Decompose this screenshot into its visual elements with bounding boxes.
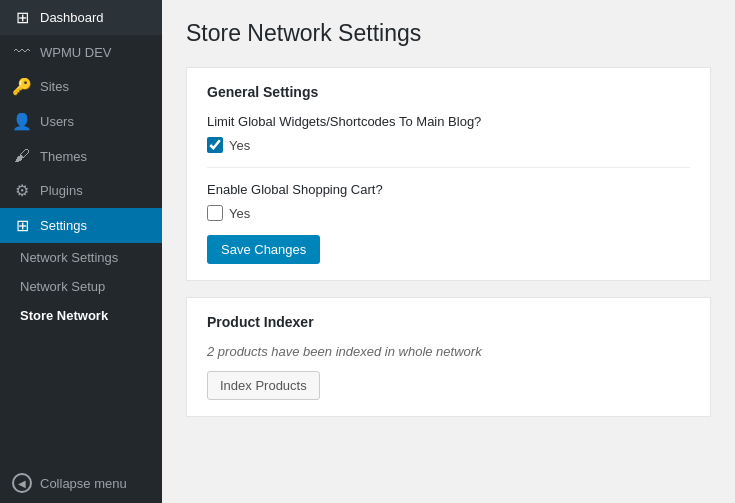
themes-icon: 🖌 — [12, 147, 32, 165]
main-content: Store Network Settings General Settings … — [162, 0, 735, 503]
sidebar-item-wpmu[interactable]: 〰 WPMU DEV — [0, 35, 162, 69]
page-title: Store Network Settings — [186, 20, 711, 47]
sidebar-item-settings[interactable]: ⊞ Settings — [0, 208, 162, 243]
divider — [207, 167, 690, 168]
general-settings-card: General Settings Limit Global Widgets/Sh… — [186, 67, 711, 281]
index-products-button[interactable]: Index Products — [207, 371, 320, 400]
collapse-label: Collapse menu — [40, 476, 127, 491]
field1-label: Limit Global Widgets/Shortcodes To Main … — [207, 114, 690, 129]
sidebar-item-label: WPMU DEV — [40, 45, 112, 60]
sites-icon: 🔑 — [12, 77, 32, 96]
save-changes-button[interactable]: Save Changes — [207, 235, 320, 264]
sidebar-item-users[interactable]: 👤 Users — [0, 104, 162, 139]
field2-label: Enable Global Shopping Cart? — [207, 182, 690, 197]
field2-checkbox-label[interactable]: Yes — [229, 206, 250, 221]
network-setup-label: Network Setup — [20, 279, 105, 294]
sidebar-sub-network-setup[interactable]: Network Setup — [0, 272, 162, 301]
field1-checkbox[interactable] — [207, 137, 223, 153]
collapse-menu-button[interactable]: ◀ Collapse menu — [0, 463, 162, 503]
users-icon: 👤 — [12, 112, 32, 131]
settings-icon: ⊞ — [12, 216, 32, 235]
sidebar-item-plugins[interactable]: ⚙ Plugins — [0, 173, 162, 208]
product-indexer-card: Product Indexer 2 products have been ind… — [186, 297, 711, 417]
sidebar-item-label: Users — [40, 114, 74, 129]
sidebar-sub-network-settings[interactable]: Network Settings — [0, 243, 162, 272]
sidebar-sub-store-network[interactable]: Store Network — [0, 301, 162, 330]
sidebar-item-label: Settings — [40, 218, 87, 233]
sidebar-item-label: Themes — [40, 149, 87, 164]
field2-checkbox[interactable] — [207, 205, 223, 221]
product-indexer-title: Product Indexer — [207, 314, 690, 330]
network-settings-label: Network Settings — [20, 250, 118, 265]
product-indexer-info: 2 products have been indexed in whole ne… — [207, 344, 690, 359]
sidebar-item-label: Plugins — [40, 183, 83, 198]
wpmu-icon: 〰 — [12, 43, 32, 61]
field1-row: Yes — [207, 137, 690, 153]
sidebar-item-themes[interactable]: 🖌 Themes — [0, 139, 162, 173]
plugins-icon: ⚙ — [12, 181, 32, 200]
field1-checkbox-label[interactable]: Yes — [229, 138, 250, 153]
sidebar: ⊞ Dashboard 〰 WPMU DEV 🔑 Sites 👤 Users 🖌… — [0, 0, 162, 503]
general-settings-title: General Settings — [207, 84, 690, 100]
field2-row: Yes — [207, 205, 690, 221]
sidebar-item-dashboard[interactable]: ⊞ Dashboard — [0, 0, 162, 35]
collapse-icon: ◀ — [12, 473, 32, 493]
store-network-label: Store Network — [20, 308, 108, 323]
sidebar-item-label: Sites — [40, 79, 69, 94]
sidebar-item-label: Dashboard — [40, 10, 104, 25]
dashboard-icon: ⊞ — [12, 8, 32, 27]
sidebar-item-sites[interactable]: 🔑 Sites — [0, 69, 162, 104]
